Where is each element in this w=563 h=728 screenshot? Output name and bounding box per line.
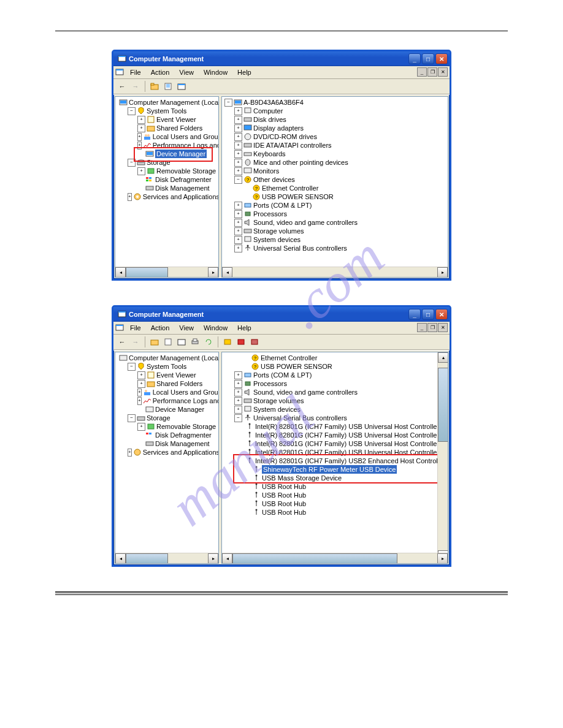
device-usb-host-5[interactable]: Intel(R) 82801G (ICH7 Family) USB2 Enhan…	[244, 457, 446, 465]
tree-perf-logs[interactable]: +Performance Logs and Alerts	[137, 396, 217, 405]
menu-help[interactable]: Help	[233, 323, 256, 333]
tree-root[interactable]: Computer Management (Local)	[118, 98, 217, 107]
properties-button[interactable]	[162, 336, 174, 348]
maximize-button[interactable]: □	[422, 53, 434, 64]
device-shineway[interactable]: ShinewayTech RF Power Meter USB Device	[244, 465, 446, 474]
tree-system-tools[interactable]: −System Tools	[128, 362, 217, 371]
device-usb-host-4[interactable]: Intel(R) 82801G (ICH7 Family) USB Univer…	[244, 448, 446, 457]
mdi-minimize[interactable]: _	[417, 67, 427, 77]
scrollbar[interactable]: ◂▸	[222, 553, 448, 563]
scrollbar[interactable]: ◂▸	[115, 267, 218, 277]
device-usb-power[interactable]: ?USB POWER SENSOR	[244, 192, 446, 201]
tree-defrag[interactable]: Disk Defragmenter	[137, 175, 217, 184]
tree-local-users[interactable]: +Local Users and Groups	[137, 132, 217, 141]
tree-removable[interactable]: +Removable Storage	[137, 422, 217, 431]
device-monitors[interactable]: +Monitors	[234, 167, 446, 175]
device-sys-dev[interactable]: +System devices	[234, 405, 446, 414]
device-usb-host-1[interactable]: Intel(R) 82801G (ICH7 Family) USB Univer…	[244, 422, 446, 431]
menu-file[interactable]: File	[126, 323, 145, 333]
device-processors[interactable]: +Processors	[234, 379, 446, 388]
menu-view[interactable]: View	[175, 67, 198, 77]
tree-disk-mgmt[interactable]: Disk Management	[137, 184, 217, 192]
print-button[interactable]	[189, 336, 201, 348]
mdi-close[interactable]: ✕	[438, 323, 448, 332]
up-button[interactable]	[148, 336, 161, 348]
device-keyboards[interactable]: +Keyboards	[234, 150, 446, 158]
device-root-hub-2[interactable]: USB Root Hub	[244, 491, 446, 499]
uninstall-button[interactable]	[235, 336, 247, 348]
device-ide[interactable]: +IDE ATA/ATAPI controllers	[234, 141, 446, 150]
device-usb-host-3[interactable]: Intel(R) 82801G (ICH7 Family) USB Univer…	[244, 439, 446, 448]
device-processors[interactable]: +Processors	[234, 210, 446, 218]
device-disk-drives[interactable]: +Disk drives	[234, 115, 446, 124]
device-root-hub-1[interactable]: USB Root Hub	[244, 482, 446, 491]
device-root-hub-4[interactable]: USB Root Hub	[244, 508, 446, 517]
back-button[interactable]: ←	[116, 80, 128, 93]
tree-event-viewer[interactable]: +Event Viewer	[137, 115, 217, 124]
forward-button[interactable]: →	[129, 336, 142, 348]
mdi-minimize[interactable]: _	[417, 323, 427, 332]
device-usb-host-2[interactable]: Intel(R) 82801G (ICH7 Family) USB Univer…	[244, 431, 446, 439]
scrollbar[interactable]: ◂▸	[115, 553, 218, 563]
menu-window[interactable]: Window	[199, 67, 232, 77]
maximize-button[interactable]: □	[422, 309, 434, 320]
refresh-button[interactable]	[202, 336, 215, 348]
back-button[interactable]: ←	[116, 336, 128, 348]
menu-file[interactable]: File	[126, 67, 145, 77]
properties-button[interactable]	[162, 80, 174, 93]
device-sound[interactable]: +Sound, video and game controllers	[234, 218, 446, 227]
device-display[interactable]: +Display adapters	[234, 124, 446, 132]
device-dvd[interactable]: +DVD/CD-ROM drives	[234, 132, 446, 141]
tree-disk-mgmt[interactable]: Disk Management	[137, 439, 217, 448]
device-ethernet[interactable]: ?Ethernet Controller	[243, 354, 446, 362]
mdi-restore[interactable]: ❐	[427, 67, 437, 77]
titlebar[interactable]: Computer Management _ □ ✕	[113, 51, 450, 66]
mdi-restore[interactable]: ❐	[427, 323, 437, 332]
tree-removable[interactable]: +Removable Storage	[137, 167, 217, 175]
tree-event-viewer[interactable]: +Event Viewer	[137, 371, 217, 379]
device-ports[interactable]: +Ports (COM & LPT)	[234, 371, 446, 379]
tree-local-users[interactable]: +Local Users and Groups	[137, 388, 217, 396]
scrollbar[interactable]: ◂▸	[222, 267, 448, 277]
menu-view[interactable]: View	[175, 323, 198, 333]
disable-button[interactable]	[248, 336, 261, 348]
tree-shared-folders[interactable]: +Shared Folders	[137, 124, 217, 132]
device-usb-power[interactable]: ?USB POWER SENSOR	[243, 362, 446, 371]
close-button[interactable]: ✕	[435, 309, 448, 320]
device-root[interactable]: −A-B9D43A6A3B6F4	[224, 98, 446, 107]
up-button[interactable]	[148, 80, 161, 93]
refresh-button[interactable]	[175, 80, 188, 93]
tree-root[interactable]: Computer Management (Local)	[118, 354, 217, 362]
tree-device-manager[interactable]: Device Manager	[137, 405, 217, 414]
close-button[interactable]: ✕	[435, 53, 448, 64]
tree-storage[interactable]: −Storage	[128, 414, 217, 422]
minimize-button[interactable]: _	[408, 309, 421, 320]
tree-system-tools[interactable]: −System Tools	[128, 107, 217, 115]
tree-defrag[interactable]: Disk Defragmenter	[137, 431, 217, 439]
device-sys-dev[interactable]: +System devices	[234, 235, 446, 244]
device-other[interactable]: −?Other devices	[234, 175, 446, 184]
device-root-hub-3[interactable]: USB Root Hub	[244, 499, 446, 508]
forward-button[interactable]: →	[129, 80, 142, 93]
device-ports[interactable]: +Ports (COM & LPT)	[234, 201, 446, 210]
device-usb-mass[interactable]: USB Mass Storage Device	[244, 474, 446, 482]
tree-shared-folders[interactable]: +Shared Folders	[137, 379, 217, 388]
device-mice[interactable]: +Mice and other pointing devices	[234, 158, 446, 167]
device-ethernet[interactable]: ?Ethernet Controller	[244, 184, 446, 192]
menu-help[interactable]: Help	[233, 67, 256, 77]
tree-storage[interactable]: −Storage	[128, 158, 217, 167]
menu-action[interactable]: Action	[147, 323, 174, 333]
device-sound[interactable]: +Sound, video and game controllers	[234, 388, 446, 396]
node-button[interactable]	[175, 336, 188, 348]
tree-device-manager[interactable]: Device Manager	[137, 150, 217, 158]
device-computer[interactable]: +Computer	[234, 107, 446, 115]
titlebar[interactable]: Computer Management _ □ ✕	[113, 307, 450, 322]
tree-services[interactable]: +Services and Applications	[128, 448, 217, 457]
scrollbar-vertical[interactable]: ▴▾	[437, 352, 448, 553]
device-usb-ctrl[interactable]: −Universal Serial Bus controllers	[234, 414, 446, 422]
device-storage-vol[interactable]: +Storage volumes	[234, 227, 446, 235]
mdi-close[interactable]: ✕	[438, 67, 448, 77]
tree-perf-logs[interactable]: +Performance Logs and Alerts	[137, 141, 217, 150]
tree-services[interactable]: +Services and Applications	[128, 192, 217, 201]
menu-action[interactable]: Action	[147, 67, 174, 77]
